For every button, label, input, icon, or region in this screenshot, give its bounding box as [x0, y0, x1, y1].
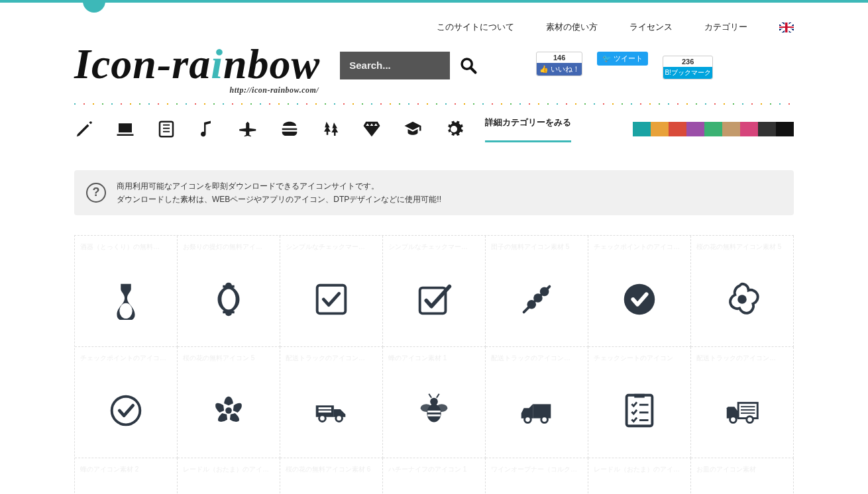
checkbox2-icon: [388, 252, 480, 346]
icon-cell[interactable]: 蜂のアイコン素材 2: [75, 458, 178, 494]
icon-cell[interactable]: チェックポイントのアイコ…: [588, 236, 691, 347]
top-accent-bar: [0, 0, 868, 3]
svg-rect-28: [427, 411, 440, 413]
svg-line-1: [471, 68, 476, 72]
facebook-like-box[interactable]: 146 👍 いいね！: [536, 52, 582, 76]
icon-cell[interactable]: チェックシートのアイコン: [588, 347, 691, 458]
hatena-bookmark-box[interactable]: 236 B!ブックマーク: [663, 56, 713, 79]
svg-point-41: [730, 417, 737, 423]
detailed-category-link[interactable]: 詳細カテゴリーをみる: [485, 117, 571, 142]
dotted-divider: [74, 103, 794, 105]
twitter-tweet-button[interactable]: 🐦ツイート: [597, 52, 648, 66]
icon-cell[interactable]: 蜂のアイコン素材 1: [383, 347, 486, 458]
icon-cell[interactable]: シンプルなチェックマー…: [280, 236, 383, 347]
icon-title: 桜の花の無料アイコン 5: [183, 354, 274, 363]
icon-cell[interactable]: チェックポイントのアイコ…: [75, 347, 178, 458]
palette-swatch-0[interactable]: [633, 122, 651, 136]
icon-cell[interactable]: 配送トラックのアイコン…: [691, 347, 794, 458]
burger-icon[interactable]: [280, 119, 299, 139]
icon-title: 配送トラックのアイコン…: [491, 354, 582, 363]
icon-title: チェックシートのアイコン: [594, 354, 685, 363]
icon-cell[interactable]: お祭りの提灯の無料アイ…: [178, 236, 280, 347]
svg-rect-21: [319, 411, 331, 413]
palette-swatch-3[interactable]: [686, 122, 704, 136]
info-line1: 商用利用可能なアイコンを即刻ダウンロードできるアイコンサイトです。: [117, 179, 441, 193]
icon-cell[interactable]: 酒器（とっくり）の無料…: [75, 236, 178, 347]
notebook-icon[interactable]: [156, 119, 176, 139]
icon-cell[interactable]: ハチーナイフのアイコン 1: [383, 458, 486, 494]
svg-point-19: [336, 415, 343, 422]
category-row: 詳細カテゴリーをみる: [74, 117, 794, 142]
svg-point-18: [319, 415, 326, 422]
logo-subtitle: http://icon-rainbow.com/: [230, 85, 319, 95]
graduation-icon[interactable]: [403, 119, 423, 139]
svg-point-31: [541, 417, 548, 423]
svg-point-12: [533, 293, 543, 303]
icon-cell[interactable]: シンプルなチェックマー…: [383, 236, 486, 347]
music-icon[interactable]: [197, 119, 217, 139]
info-line2: ダウンロードした素材は、WEBページやアプリのアイコン、DTPデザインなどに使用…: [117, 193, 441, 206]
icon-title: 桜の花の無料アイコン素材 5: [696, 242, 788, 252]
diamond-icon[interactable]: [362, 119, 382, 139]
laptop-icon[interactable]: [115, 119, 135, 139]
search-icon[interactable]: [459, 56, 478, 75]
icon-cell[interactable]: 配送トラックのアイコン…: [486, 347, 588, 458]
info-text: 商用利用可能なアイコンを即刻ダウンロードできるアイコンサイトです。 ダウンロード…: [117, 179, 441, 207]
facebook-like-label: 👍 いいね！: [537, 63, 582, 75]
icon-title: レードル（おたま）のアイ…: [594, 465, 685, 474]
color-palette: [633, 122, 794, 136]
icon-cell[interactable]: レードル（おたま）のアイ…: [588, 458, 691, 494]
logo-dot: i: [211, 40, 223, 87]
nav-license[interactable]: ライセンス: [629, 21, 673, 33]
nav-category[interactable]: カテゴリー: [704, 21, 747, 33]
icon-cell[interactable]: ワインオープナー（コルク…: [486, 458, 588, 494]
brand-row: Icon-rainbow http://icon-rainbow.com/ 14…: [74, 45, 794, 83]
svg-point-42: [747, 417, 753, 423]
search-input[interactable]: [340, 52, 450, 79]
hatena-label: B!ブックマーク: [663, 67, 712, 79]
pencil-icon[interactable]: [74, 119, 94, 139]
trees-icon[interactable]: [321, 119, 341, 139]
category-icons: 詳細カテゴリーをみる: [74, 117, 571, 142]
svg-point-16: [112, 397, 140, 425]
svg-point-13: [540, 287, 549, 296]
gear-icon[interactable]: [444, 119, 464, 139]
palette-swatch-1[interactable]: [651, 122, 669, 136]
sakura-icon: [183, 363, 274, 458]
icon-title: チェックポイントのアイコ…: [80, 354, 172, 363]
logo-text-post: nbow: [223, 40, 320, 87]
nav-howto[interactable]: 素材の使い方: [546, 21, 598, 33]
svg-line-27: [437, 394, 439, 398]
svg-rect-20: [319, 407, 331, 409]
icon-title: お皿のアイコン素材: [696, 465, 788, 474]
icon-title: レードル（おたま）のアイ…: [183, 465, 274, 474]
icon-cell[interactable]: レードル（おたま）のアイ…: [178, 458, 280, 494]
nav-about[interactable]: このサイトについて: [437, 21, 514, 33]
checkfill-icon: [594, 252, 685, 346]
icon-cell[interactable]: 桜の花の無料アイコン素材 6: [280, 458, 383, 494]
icon-title: 桜の花の無料アイコン素材 6: [286, 465, 377, 474]
site-logo[interactable]: Icon-rainbow http://icon-rainbow.com/: [74, 45, 320, 83]
icon-cell[interactable]: 配送トラックのアイコン…: [280, 347, 383, 458]
palette-swatch-2[interactable]: [669, 122, 686, 136]
icon-cell[interactable]: 桜の花の無料アイコン 5: [178, 347, 280, 458]
plane-icon[interactable]: [239, 119, 258, 139]
svg-rect-8: [317, 285, 346, 314]
social-row: 146 👍 いいね！ 🐦ツイート 236 B!ブックマーク: [536, 52, 713, 79]
truck2-icon: [491, 363, 582, 458]
lantern-icon: [183, 252, 274, 346]
svg-rect-29: [427, 415, 440, 417]
language-flag-uk[interactable]: [779, 23, 794, 32]
icon-title: 配送トラックのアイコン…: [286, 354, 377, 363]
icon-cell[interactable]: お皿のアイコン素材: [691, 458, 794, 494]
svg-point-11: [527, 300, 536, 309]
palette-swatch-4[interactable]: [704, 122, 722, 136]
palette-swatch-5[interactable]: [722, 122, 740, 136]
icon-cell[interactable]: 桜の花の無料アイコン素材 5: [691, 236, 794, 347]
palette-swatch-7[interactable]: [758, 122, 776, 136]
palette-swatch-6[interactable]: [740, 122, 758, 136]
icon-cell[interactable]: 団子の無料アイコン素材 5: [486, 236, 588, 347]
icon-title: お祭りの提灯の無料アイ…: [183, 242, 274, 252]
icon-title: チェックポイントのアイコ…: [594, 242, 685, 252]
palette-swatch-8[interactable]: [776, 122, 794, 136]
